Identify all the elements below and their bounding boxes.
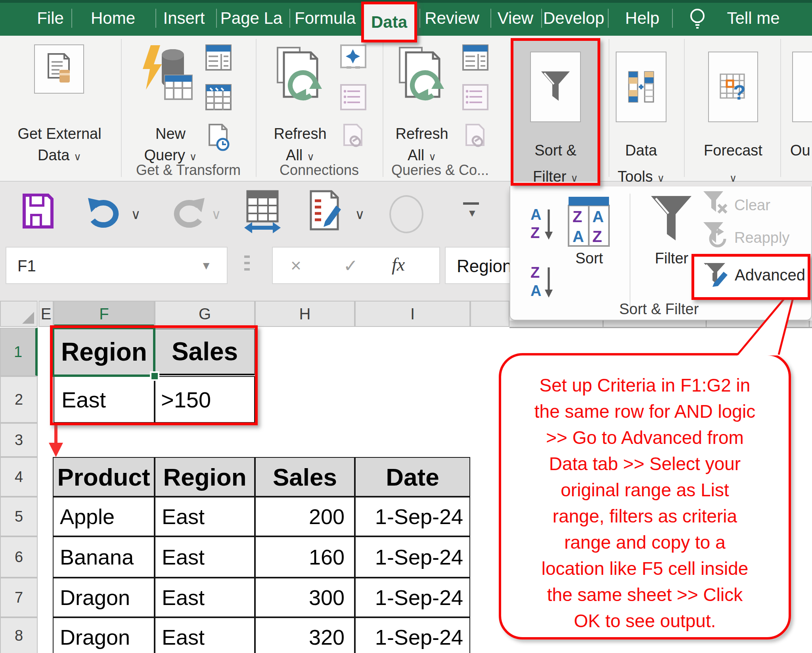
table-cell[interactable]: 1-Sep-24: [355, 536, 470, 578]
table-header-region[interactable]: Region: [155, 457, 255, 497]
row-header-5[interactable]: 5: [0, 497, 38, 536]
formula-bar-drag-handle[interactable]: [244, 262, 250, 264]
recent-sources-icon[interactable]: [205, 124, 232, 152]
row-header-6[interactable]: 6: [0, 536, 38, 578]
refresh-all-label-1[interactable]: Refresh: [395, 125, 448, 142]
forecast-button[interactable]: ?: [708, 52, 758, 122]
column-header-e[interactable]: E: [38, 301, 54, 327]
table-cell[interactable]: Apple: [53, 497, 155, 536]
refresh-all-icon[interactable]: [274, 44, 327, 113]
callout-line: Set up Criteria in F1:G2 in: [501, 372, 789, 398]
tab-view[interactable]: View: [498, 0, 533, 36]
from-table-icon[interactable]: [205, 84, 232, 110]
tab-home[interactable]: Home: [91, 0, 135, 36]
tab-formulas[interactable]: Formula: [295, 0, 356, 36]
new-query-label-2[interactable]: Query ∨: [144, 147, 197, 164]
tab-data-active[interactable]: Data: [361, 2, 417, 42]
ribbon-options-arrow[interactable]: ▼: [467, 207, 477, 219]
edit-dropdown-chevron[interactable]: ∨: [355, 206, 365, 222]
table-cell[interactable]: East: [155, 497, 255, 536]
table-header-date[interactable]: Date: [355, 457, 470, 497]
outline-button-partial[interactable]: [792, 52, 812, 122]
advanced-filter-button[interactable]: Advanced: [735, 266, 805, 284]
formula-bar-drag-handle[interactable]: [244, 255, 250, 258]
circle-shape-icon[interactable]: [389, 195, 423, 233]
clear-filter-icon: [703, 190, 729, 217]
tab-separator: [289, 9, 290, 28]
ribbon-options-icon[interactable]: [463, 202, 479, 205]
row-header-8[interactable]: 8: [0, 617, 38, 653]
enter-icon[interactable]: ✓: [343, 255, 358, 276]
row-header-2[interactable]: 2: [0, 376, 38, 423]
properties-icon[interactable]: [462, 84, 488, 110]
tab-insert[interactable]: Insert: [163, 0, 205, 36]
row-header-3[interactable]: 3: [0, 423, 38, 457]
tab-separator: [608, 9, 609, 28]
name-box-dropdown-icon[interactable]: ▼: [201, 259, 212, 272]
select-all-corner[interactable]: [0, 301, 38, 327]
data-tools-label-1[interactable]: Data: [625, 142, 657, 159]
tab-page-layout[interactable]: Page La: [220, 0, 282, 36]
table-cell[interactable]: 300: [255, 578, 355, 617]
table-cell[interactable]: 320: [255, 617, 355, 653]
undo-dropdown-chevron[interactable]: ∨: [131, 206, 141, 222]
save-icon[interactable]: [22, 193, 54, 229]
name-box[interactable]: F1 ▼: [6, 247, 228, 284]
svg-text:?: ?: [733, 81, 746, 103]
table-cell[interactable]: Dragon: [53, 578, 155, 617]
sort-descending-icon[interactable]: ZA: [530, 264, 554, 300]
table-cell[interactable]: 1-Sep-24: [355, 617, 470, 653]
tab-review[interactable]: Review: [425, 0, 479, 36]
sort-dialog-icon[interactable]: ZAAZ: [568, 196, 610, 247]
workbook-connections-icon[interactable]: [340, 84, 366, 110]
column-header-j-partial[interactable]: [470, 301, 509, 327]
refresh-all-label-2[interactable]: All ∨: [286, 147, 314, 164]
refresh-all-label-1[interactable]: Refresh: [274, 125, 326, 142]
sort-br: Z: [592, 228, 602, 245]
new-query-label-1[interactable]: New: [155, 125, 186, 142]
table-header-sales[interactable]: Sales: [255, 457, 355, 497]
insert-function-icon[interactable]: fx: [392, 254, 405, 275]
filter-button-icon[interactable]: [650, 195, 692, 244]
column-header-i[interactable]: I: [355, 301, 470, 327]
column-header-f-selected[interactable]: F: [54, 301, 155, 327]
forecast-label[interactable]: Forecast: [704, 142, 762, 159]
table-cell[interactable]: 200: [255, 497, 355, 536]
queries-connections-icon[interactable]: [462, 44, 488, 71]
table-cell[interactable]: East: [155, 536, 255, 578]
refresh-all-label-2[interactable]: All ∨: [408, 147, 436, 164]
table-cell[interactable]: 1-Sep-24: [355, 497, 470, 536]
tab-file[interactable]: File: [37, 0, 64, 36]
formula-bar-drag-handle[interactable]: [244, 268, 250, 271]
tab-help[interactable]: Help: [625, 0, 659, 36]
undo-icon[interactable]: [86, 196, 126, 228]
sort-ascending-icon[interactable]: AZ: [530, 206, 554, 242]
row-header-4[interactable]: 4: [0, 457, 38, 497]
show-queries-icon[interactable]: [205, 44, 232, 71]
column-header-h[interactable]: H: [255, 301, 355, 327]
row-header-1-selected[interactable]: 1: [0, 328, 38, 376]
lightbulb-icon[interactable]: [687, 7, 708, 30]
get-external-data-button[interactable]: [34, 44, 84, 94]
filter-button[interactable]: Filter: [655, 250, 688, 267]
edit-document-icon[interactable]: [304, 190, 344, 233]
column-width-icon[interactable]: [243, 190, 282, 233]
tell-me-label[interactable]: Tell me: [727, 0, 779, 36]
connection-properties-icon[interactable]: [340, 44, 366, 71]
group-separator: [256, 39, 257, 177]
tab-developer[interactable]: Develop: [543, 0, 604, 36]
sort-button[interactable]: Sort: [575, 250, 603, 267]
table-cell[interactable]: 1-Sep-24: [355, 578, 470, 617]
table-cell[interactable]: 160: [255, 536, 355, 578]
table-cell[interactable]: East: [155, 617, 255, 653]
table-cell[interactable]: Banana: [53, 536, 155, 578]
table-cell[interactable]: Dragon: [53, 617, 155, 653]
table-cell[interactable]: East: [155, 578, 255, 617]
row-header-7[interactable]: 7: [0, 578, 38, 617]
refresh-all-icon[interactable]: [396, 44, 449, 113]
table-header-product[interactable]: Product: [53, 457, 155, 497]
panel-separator: [630, 194, 630, 307]
data-tools-button[interactable]: [616, 52, 666, 122]
cancel-icon[interactable]: ×: [291, 255, 301, 276]
column-header-g[interactable]: G: [155, 301, 255, 327]
